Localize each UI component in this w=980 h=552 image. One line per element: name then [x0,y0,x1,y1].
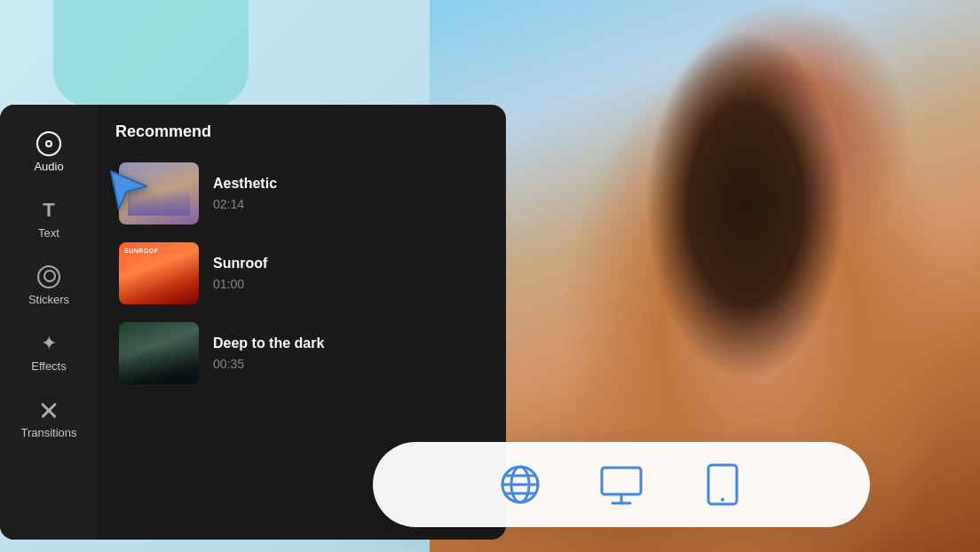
sidebar-label-effects: Effects [31,359,67,373]
text-icon-shape: T [43,201,54,220]
sidebar-item-text[interactable]: T Text [9,189,89,248]
sidebar-item-stickers[interactable]: Stickers [9,256,89,315]
sidebar-label-stickers: Stickers [28,293,69,306]
transitions-icon [36,398,61,422]
hair-overlay [595,28,897,471]
monitor-icon [597,461,645,509]
tablet-icon-container[interactable] [699,461,747,509]
monitor-icon-container[interactable] [597,461,645,509]
music-duration-deep-dark: 00:35 [213,357,485,371]
svg-rect-6 [602,468,641,494]
audio-icon-shape [36,131,61,156]
music-duration-aesthetic: 02:14 [213,197,485,211]
thumb-dark-bg [119,322,199,384]
sidebar-item-audio[interactable]: Audio [9,122,89,182]
audio-icon [36,131,61,156]
music-thumb-deep-dark [119,322,199,384]
music-name-sunroof: Sunroof [213,256,485,272]
sidebar-label-text: Text [38,226,59,240]
music-thumb-sunroof [119,242,199,304]
section-title: Recommend [115,122,488,141]
music-list: Aesthetic 02:14 Sunroof 01:00 [115,155,488,391]
globe-icon-container[interactable] [496,461,544,509]
sidebar-item-effects[interactable]: ✦ Effects [9,322,89,382]
effects-icon-shape: ✦ [41,332,57,355]
svg-marker-0 [111,171,146,209]
music-info-aesthetic: Aesthetic 02:14 [213,176,485,211]
music-info-sunroof: Sunroof 01:00 [213,256,485,291]
teal-accent [53,0,249,106]
music-info-deep-dark: Deep to the dark 00:35 [213,335,485,371]
sidebar-label-audio: Audio [34,160,63,173]
tablet-icon [699,461,747,509]
thumb-sunroof-bg [119,242,199,304]
text-icon: T [36,198,61,223]
music-item-deep-dark[interactable]: Deep to the dark 00:35 [115,315,488,391]
svg-point-10 [721,498,724,501]
stickers-icon [36,264,61,289]
sidebar: Audio T Text Stickers ✦ Effects Transiti… [0,105,98,540]
stickers-icon-shape [37,265,60,288]
sidebar-item-transitions[interactable]: Transitions [9,389,89,448]
effects-icon: ✦ [36,331,61,356]
transitions-icon-shape [37,398,60,422]
sidebar-label-transitions: Transitions [20,426,76,439]
cursor-arrow-svg [107,167,151,211]
music-duration-sunroof: 01:00 [213,277,485,291]
music-name-deep-dark: Deep to the dark [213,335,485,351]
music-item-aesthetic[interactable]: Aesthetic 02:14 [115,155,488,232]
device-bar [373,442,870,527]
music-name-aesthetic: Aesthetic [213,176,485,192]
globe-icon [496,461,544,509]
music-item-sunroof[interactable]: Sunroof 01:00 [115,235,488,311]
